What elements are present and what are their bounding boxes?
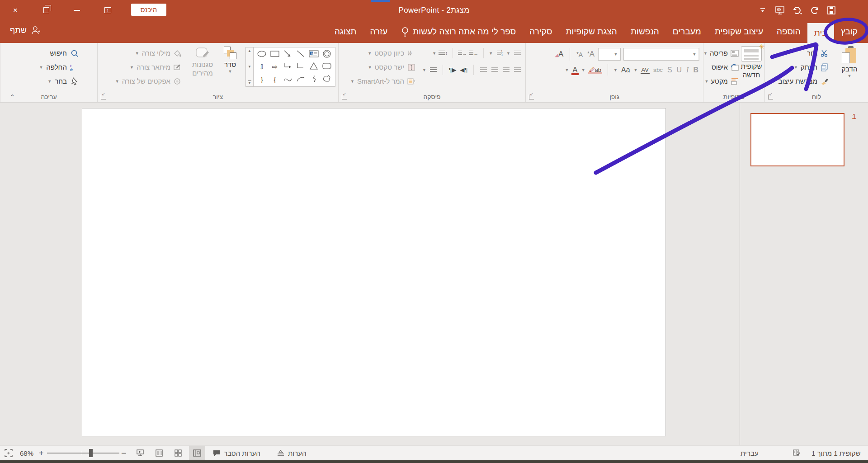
font-size-dropdown-icon[interactable]: ▼ [612,48,620,60]
shape-rectangle-icon[interactable] [270,50,280,59]
shape-right-brace-icon[interactable]: } [261,76,263,83]
tab-animations[interactable]: הנפשות [624,20,666,43]
shape-curve-icon[interactable] [283,75,292,84]
shrink-font-button[interactable]: A▾ [576,51,584,58]
collapse-ribbon-icon[interactable]: ⌃ [7,93,18,100]
slide-counter[interactable]: שקופית 1 מתוך 1 [811,446,861,460]
shape-rounded-rect-icon[interactable] [322,62,332,71]
reset-button[interactable]: איפוס [703,60,739,74]
font-color-dropdown-icon[interactable]: ▼ [565,68,569,72]
columns-icon[interactable] [429,66,438,74]
text-direction-button[interactable]: A כיוון טקסט ▼ [350,46,416,60]
grow-font-button[interactable]: A▴ [586,50,595,59]
shape-frame-icon[interactable] [322,50,331,59]
align-left-icon[interactable] [490,66,499,74]
bold-button[interactable]: B [692,66,699,74]
tell-me-box[interactable]: ספר לי מה אתה רוצה לעשות [394,20,523,43]
reading-view-button[interactable] [151,446,167,460]
highlight-dropdown-icon[interactable]: ▼ [581,68,585,72]
ribbon-options-icon[interactable] [757,5,768,16]
shape-line-icon[interactable] [296,50,305,59]
gallery-scroll-down-icon[interactable]: ▼ [248,65,251,69]
closed-captions-button[interactable]: הערות הסבר [212,446,260,460]
change-case-button[interactable]: Aa [620,66,631,74]
language-indicator[interactable]: עברית [741,446,759,460]
tab-transitions[interactable]: מעברים [666,20,708,43]
undo-icon[interactable] [792,5,802,16]
format-painter-button[interactable]: מברשת עיצוב [778,74,829,88]
decrease-indent-icon[interactable]: ← [469,49,478,57]
tab-design[interactable]: עיצוב שקופית [708,20,770,43]
shapes-grid[interactable]: A ⇩ ⇨ } { [253,47,335,87]
font-name-combo[interactable]: ▼ [623,48,699,61]
copy-dropdown-icon[interactable]: ▼ [794,65,798,70]
notes-button[interactable]: הערות [277,446,307,460]
tab-insert[interactable]: הוספה [770,20,807,43]
layout-button[interactable]: פריסה ▼ [703,46,739,60]
font-color-button[interactable]: A [571,66,578,75]
shapes-gallery-scrollbar[interactable]: ▲ ▼ ▼ [245,47,253,87]
shape-right-arrow-icon[interactable]: ⇨ [272,63,278,71]
shape-triangle-icon[interactable] [309,62,318,71]
shape-down-arrow-icon[interactable]: ⇩ [259,63,265,71]
shape-fill-button[interactable]: מילוי צורה ▼ [115,46,182,60]
shape-left-brace-icon[interactable]: { [274,76,276,83]
shape-effects-button[interactable]: אפקטים של צורה ▼ [115,74,182,88]
zoom-slider-track[interactable] [47,453,119,454]
rtl-paragraph-icon[interactable]: ¶◀ [459,66,468,74]
replace-dropdown-icon[interactable]: ▼ [39,65,43,70]
section-button[interactable]: מקטע ▼ [703,74,739,88]
fit-slide-button[interactable] [5,446,13,460]
layout-dropdown-icon[interactable]: ▼ [703,51,708,56]
slide-thumbnail[interactable] [750,113,844,166]
shape-arc-icon[interactable] [296,75,305,84]
convert-smartart-button[interactable]: המר ל-SmartArt ▼ [350,74,416,88]
font-size-combo[interactable]: ▼ [598,48,621,61]
zoom-level[interactable]: 68% [20,446,33,460]
spellcheck-icon[interactable] [792,446,801,460]
justify-icon[interactable] [479,66,488,74]
ltr-paragraph-icon[interactable]: ▶¶ [448,66,457,74]
slide-canvas[interactable] [82,108,666,436]
save-icon[interactable] [826,5,837,16]
highlight-button[interactable]: ab🖉 [588,66,602,73]
zoom-in-button[interactable]: + [39,446,44,460]
shape-textbox-icon[interactable]: A [309,50,319,59]
slideshow-view-button[interactable] [132,446,148,460]
tab-help[interactable]: עזרה [363,20,394,43]
shape-elbow-arrow-icon[interactable] [283,62,292,71]
tab-home[interactable]: בית [807,23,834,43]
arrange-dropdown-icon[interactable]: ▼ [228,69,232,74]
tab-slideshow[interactable]: הצגת שקופיות [559,20,623,43]
shape-elbow-icon[interactable] [296,62,305,71]
shape-freeform-icon[interactable] [322,75,331,84]
paste-dropdown-icon[interactable]: ▼ [848,74,852,78]
align-center-icon[interactable] [501,66,510,74]
slide-sorter-view-button[interactable] [170,446,186,460]
numbering-icon[interactable]: 123 [495,49,504,57]
zoom-out-button[interactable]: − [121,446,127,460]
clear-formatting-button[interactable]: A◢ [554,50,564,59]
start-slideshow-icon[interactable] [774,5,785,16]
font-name-dropdown-icon[interactable]: ▼ [690,48,699,60]
character-spacing-button[interactable]: AV [641,66,650,74]
select-dropdown-icon[interactable]: ▼ [47,79,52,84]
shape-outline-button[interactable]: מיתאר צורה ▼ [115,60,182,74]
shape-scribble-icon[interactable] [310,75,317,84]
italic-button[interactable]: I [685,66,689,74]
copy-button[interactable]: העתק ▼ [778,60,829,74]
select-button[interactable]: בחר ▼ [0,74,79,88]
align-right-icon[interactable] [513,66,522,74]
redo-icon[interactable] [809,5,820,16]
normal-view-button[interactable] [189,446,205,460]
tab-review[interactable]: סקירה [523,20,559,43]
bullets-icon[interactable] [513,49,522,57]
underline-button[interactable]: U [676,66,683,74]
text-shadow-button[interactable]: S [666,66,673,74]
section-dropdown-icon[interactable]: ▼ [704,79,708,84]
change-case-dropdown-icon[interactable]: ▼ [613,68,618,72]
zoom-slider-handle[interactable] [89,449,93,457]
tab-file[interactable]: קובץ [834,20,864,43]
share-button[interactable]: שתף [10,25,41,36]
thumbnail-panel-divider[interactable] [740,103,740,445]
